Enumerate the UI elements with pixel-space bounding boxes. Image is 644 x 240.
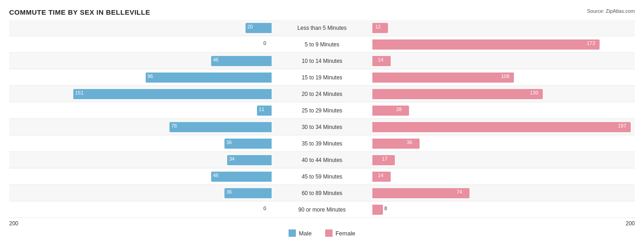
- female-value: 8: [384, 206, 387, 211]
- female-value: 108: [501, 73, 509, 79]
- female-value: 173: [587, 40, 595, 46]
- female-value: 17: [382, 156, 387, 162]
- male-value: 46: [213, 173, 218, 178]
- female-value: 130: [530, 90, 538, 95]
- female-bar: [372, 122, 631, 132]
- female-value: 14: [378, 173, 383, 178]
- row-label: 20 to 24 Minutes: [272, 86, 372, 102]
- male-value: 46: [213, 57, 218, 62]
- female-bar: [372, 106, 409, 116]
- row-label: 25 to 29 Minutes: [272, 102, 372, 119]
- table-row: 367460 to 89 Minutes: [9, 185, 635, 201]
- legend-male: Male: [289, 229, 311, 237]
- table-row: 01735 to 9 Minutes: [9, 36, 635, 53]
- male-bar: [169, 122, 272, 132]
- female-value: 12: [375, 24, 381, 29]
- table-row: 9610815 to 19 Minutes: [9, 69, 635, 86]
- female-value: 28: [396, 106, 402, 112]
- row-label: 15 to 19 Minutes: [272, 69, 372, 86]
- male-value: 78: [171, 123, 177, 128]
- male-value: 36: [226, 189, 232, 195]
- row-label: 90 or more Minutes: [272, 201, 372, 218]
- table-row: 461445 to 59 Minutes: [9, 168, 635, 185]
- female-value: 36: [407, 140, 412, 145]
- female-bar: [372, 139, 420, 149]
- male-value: 96: [147, 73, 153, 79]
- legend-male-label: Male: [299, 230, 311, 237]
- table-row: 341740 to 44 Minutes: [9, 152, 635, 168]
- table-row: 363635 to 39 Minutes: [9, 135, 635, 152]
- row-label: 35 to 39 Minutes: [272, 135, 372, 152]
- axis-right: 200: [626, 220, 635, 227]
- male-value: 0: [263, 40, 266, 46]
- chart-title: COMMUTE TIME BY SEX IN BELLEVILLE: [9, 8, 635, 16]
- female-bar: [372, 205, 383, 215]
- axis-left: 200: [9, 220, 18, 227]
- male-value: 0: [263, 206, 266, 211]
- male-bar: [146, 73, 272, 83]
- row-label: 5 to 9 Minutes: [272, 36, 372, 53]
- male-bar: [73, 89, 272, 99]
- table-row: 112825 to 29 Minutes: [9, 102, 635, 119]
- male-value: 20: [247, 24, 253, 29]
- legend-female: Female: [325, 229, 355, 237]
- row-label: 40 to 44 Minutes: [272, 152, 372, 168]
- row-label: Less than 5 Minutes: [272, 20, 372, 36]
- female-value: 74: [457, 189, 462, 195]
- female-bar: [372, 89, 543, 99]
- row-label: 10 to 14 Minutes: [272, 53, 372, 69]
- row-label: 45 to 59 Minutes: [272, 168, 372, 185]
- chart-container: COMMUTE TIME BY SEX IN BELLEVILLE Source…: [0, 0, 644, 240]
- row-label: 30 to 34 Minutes: [272, 119, 372, 135]
- male-value: 36: [226, 140, 232, 145]
- female-value: 197: [618, 123, 626, 128]
- table-row: 461410 to 14 Minutes: [9, 53, 635, 69]
- legend-female-label: Female: [335, 230, 355, 237]
- male-value: 34: [229, 156, 235, 162]
- female-bar: [372, 39, 600, 50]
- table-row: 2012Less than 5 Minutes: [9, 20, 635, 36]
- row-label: 60 to 89 Minutes: [272, 185, 372, 201]
- table-row: 0890 or more Minutes: [9, 201, 635, 218]
- female-bar: [372, 188, 469, 198]
- female-bar: [372, 73, 514, 83]
- male-bar: [211, 172, 272, 182]
- table-row: 15113020 to 24 Minutes: [9, 86, 635, 102]
- source-label: Source: ZipAtlas.com: [587, 8, 635, 14]
- legend-male-box: [289, 229, 296, 237]
- legend: Male Female: [9, 229, 635, 237]
- male-value: 11: [259, 106, 264, 112]
- table-row: 7819730 to 34 Minutes: [9, 119, 635, 135]
- male-bar: [211, 56, 272, 66]
- legend-female-box: [325, 229, 333, 237]
- male-value: 151: [75, 90, 83, 95]
- female-value: 14: [378, 57, 383, 62]
